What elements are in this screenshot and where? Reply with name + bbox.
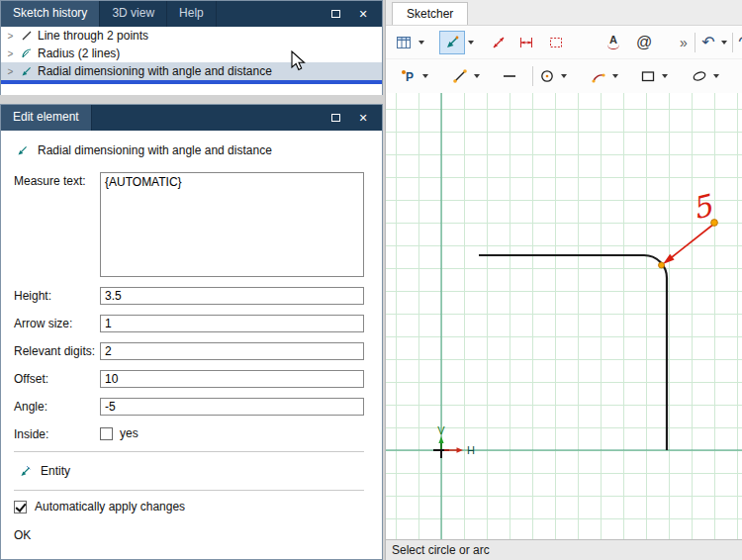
segment-tool-icon[interactable] — [499, 64, 520, 88]
edit-element-titlebar[interactable]: Edit element ✕ — [1, 105, 382, 131]
dropdown-arrow-icon[interactable] — [416, 31, 427, 54]
overflow-chevron-icon[interactable]: » — [675, 31, 693, 54]
edit-element-body: Radial dimensioning with angle and dista… — [1, 131, 382, 542]
dropdown-arrow-icon[interactable] — [609, 64, 621, 88]
auto-apply-label: Automatically apply changes — [35, 500, 185, 513]
edit-element-window: Edit element ✕ Radial dimensioning with … — [0, 104, 383, 560]
auto-apply-row: Automatically apply changes — [14, 500, 364, 513]
angle-input[interactable] — [100, 398, 364, 416]
expander-icon[interactable]: > — [6, 31, 15, 42]
tab-sketcher[interactable]: Sketcher — [392, 2, 468, 25]
inside-checkbox[interactable] — [100, 427, 113, 440]
divider — [14, 490, 364, 491]
auto-apply-checkbox[interactable] — [14, 501, 27, 513]
tab-sketch-history[interactable]: Sketch history — [1, 1, 100, 27]
ok-button[interactable]: OK — [14, 528, 364, 542]
field-arrow-size: Arrow size: — [14, 315, 364, 332]
dropdown-arrow-icon[interactable] — [710, 64, 722, 88]
sketcher-toolbar-bottom: P — [386, 59, 742, 93]
field-relevant-digits: Relevant digits: — [14, 342, 364, 360]
toolbar-separator — [532, 66, 533, 86]
radial-dimension-tool-icon[interactable] — [439, 31, 465, 54]
toolbar-separator — [695, 33, 696, 52]
edit-element-title: Radial dimensioning with angle and dista… — [38, 143, 272, 157]
h-axis-arrowhead — [457, 447, 464, 452]
offset-label: Offset: — [14, 370, 100, 388]
list-item-label: Radius (2 lines) — [38, 47, 120, 60]
dimension-handle-end[interactable] — [711, 220, 718, 227]
arrow-size-label: Arrow size: — [14, 315, 100, 332]
selection-underline — [1, 80, 382, 84]
relevant-digits-input[interactable] — [100, 342, 364, 360]
tab-edit-element[interactable]: Edit element — [1, 105, 92, 131]
sketch-history-titlebar[interactable]: Sketch history 3D view Help ✕ — [1, 1, 382, 27]
inside-option-label: yes — [120, 426, 139, 440]
dimension-handle-arc[interactable] — [659, 262, 665, 268]
radius-icon — [20, 47, 33, 60]
list-item-radial-dimensioning[interactable]: > Radial dimensioning with angle and dis… — [1, 62, 382, 80]
tab-3d-view[interactable]: 3D view — [100, 1, 167, 27]
arc-tool-icon[interactable] — [588, 64, 609, 88]
list-item-radius[interactable]: > Radius (2 lines) — [1, 45, 382, 62]
dimension-leader-line[interactable] — [672, 224, 714, 257]
close-icon[interactable]: ✕ — [356, 111, 370, 125]
sketch-profile-path[interactable] — [479, 255, 667, 450]
status-bar: Select circle or arc — [386, 539, 742, 560]
radial-dimension-icon — [20, 65, 33, 78]
entity-row[interactable]: Entity — [19, 461, 364, 481]
titlebar-buttons: ✕ — [328, 1, 382, 27]
entity-label: Entity — [41, 464, 70, 478]
edit-element-header: Radial dimensioning with angle and dista… — [16, 143, 364, 157]
radial-dimension-icon — [16, 144, 29, 157]
dropdown-arrow-icon[interactable] — [471, 64, 483, 88]
expander-icon[interactable]: > — [6, 66, 15, 77]
close-icon[interactable]: ✕ — [356, 7, 370, 21]
dropdown-arrow-icon[interactable] — [558, 64, 570, 88]
list-item-line[interactable]: > Line through 2 points — [1, 27, 382, 45]
h-axis-label: H — [467, 444, 475, 456]
entity-icon — [19, 465, 32, 478]
rectangle-tool-icon[interactable] — [637, 64, 659, 88]
selection-box-icon[interactable] — [544, 31, 568, 54]
sketch-canvas[interactable]: 5 V H — [386, 93, 742, 539]
v-axis-label: V — [437, 424, 445, 436]
tab-help[interactable]: Help — [167, 1, 217, 27]
point-tool-icon[interactable]: P — [398, 64, 419, 88]
field-measure-text: Measure text: {AUTOMATIC} — [14, 172, 364, 277]
measure-text-input[interactable]: {AUTOMATIC} — [100, 172, 364, 277]
maximize-icon[interactable] — [328, 111, 342, 125]
field-offset: Offset: — [14, 370, 364, 388]
data-table-icon[interactable] — [392, 31, 416, 54]
status-text: Select circle or arc — [392, 543, 490, 557]
sketcher-toolbar-top: A @ » ↶ ↷ — [386, 26, 742, 59]
dropdown-arrow-icon[interactable] — [465, 31, 477, 54]
application-window: Sketch history 3D view Help ✕ > Line thr… — [0, 0, 742, 560]
field-angle: Angle: — [14, 398, 364, 416]
diagonal-dimension-icon[interactable] — [487, 31, 510, 54]
measure-text-label: Measure text: — [14, 172, 100, 277]
titlebar-buttons: ✕ — [328, 105, 382, 131]
line-icon — [20, 30, 33, 43]
offset-input[interactable] — [100, 370, 364, 388]
toolbar-separator — [732, 33, 733, 52]
dropdown-arrow-icon[interactable] — [419, 64, 431, 88]
at-icon[interactable]: @ — [631, 31, 657, 54]
ellipse-tool-icon[interactable] — [689, 64, 710, 88]
expander-icon[interactable]: > — [6, 48, 15, 59]
maximize-icon[interactable] — [328, 7, 342, 21]
mouse-cursor-icon — [291, 50, 306, 71]
dropdown-arrow-icon[interactable] — [659, 64, 671, 88]
sketch-history-list: > Line through 2 points > Radius (2 line… — [1, 27, 382, 95]
horizontal-dimension-icon[interactable] — [514, 31, 538, 54]
arrow-size-input[interactable] — [100, 315, 364, 332]
undo-icon[interactable]: ↶ — [698, 31, 718, 54]
v-axis-arrowhead — [438, 436, 443, 443]
redo-icon[interactable]: ↷ — [738, 31, 742, 54]
dropdown-arrow-icon[interactable] — [718, 31, 730, 54]
sketcher-tabstrip: Sketcher — [386, 0, 742, 26]
circle-tool-icon[interactable] — [536, 64, 558, 88]
height-input[interactable] — [100, 287, 364, 305]
field-inside: Inside: yes — [14, 425, 364, 441]
text-tool-icon[interactable]: A — [602, 31, 625, 54]
line-tool-icon[interactable] — [449, 64, 471, 88]
